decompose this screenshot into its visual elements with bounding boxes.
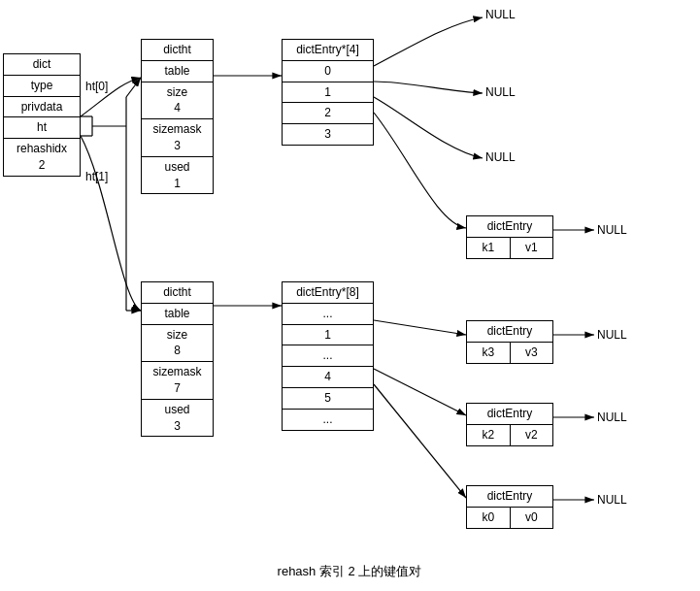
- array-bottom-5: 5: [283, 388, 373, 410]
- null-1: NULL: [485, 8, 516, 21]
- entry-k3v3-k: k3: [467, 343, 511, 363]
- entry-k0v0-v: v0: [511, 508, 553, 528]
- dictht-top-table: table: [142, 61, 213, 82]
- dict-box: dict type privdata ht rehashidx2: [3, 53, 81, 177]
- dictht-top-used: used1: [142, 157, 213, 194]
- ht1-label: ht[1]: [85, 170, 108, 183]
- array-top-2: 2: [283, 103, 373, 124]
- dict-type: type: [4, 76, 80, 97]
- array-bottom-label: dictEntry*[8]: [283, 282, 373, 304]
- entry-k1v1-v: v1: [511, 238, 553, 258]
- diagram: dict type privdata ht rehashidx2 ht[0] h…: [0, 0, 700, 591]
- dictht-top-label: dictht: [142, 40, 213, 61]
- svg-line-4: [374, 320, 466, 335]
- null-6: NULL: [597, 410, 627, 424]
- array-top-label: dictEntry*[4]: [283, 40, 373, 61]
- dictht-top: dictht table size4 sizemask3 used1: [141, 39, 214, 194]
- null-2: NULL: [485, 85, 516, 99]
- null-5: NULL: [597, 328, 627, 342]
- entry-k2v2-k: k2: [467, 425, 511, 445]
- dictht-top-size: size4: [142, 82, 213, 120]
- array-top-3: 3: [283, 124, 373, 145]
- entry-k2v2: dictEntry k2 v2: [466, 403, 553, 446]
- dictht-bottom-sizemask: sizemask7: [142, 362, 213, 400]
- dictht-bottom-label: dictht: [142, 282, 213, 304]
- svg-line-5: [374, 369, 466, 415]
- array-bottom: dictEntry*[8] ... 1 ... 4 5 ...: [282, 281, 374, 431]
- entry-k3v3-v: v3: [511, 343, 553, 363]
- null-4: NULL: [597, 223, 627, 237]
- dictht-bottom-size: size8: [142, 325, 213, 363]
- caption: rehash 索引 2 上的键值对: [175, 563, 524, 580]
- null-3: NULL: [485, 150, 516, 164]
- dict-label: dict: [4, 54, 80, 76]
- svg-line-6: [374, 384, 466, 498]
- entry-k0v0-k: k0: [467, 508, 511, 528]
- ht0-label: ht[0]: [85, 80, 108, 93]
- dict-privdata: privdata: [4, 97, 80, 118]
- entry-k1v1-label: dictEntry: [467, 216, 552, 238]
- array-bottom-dots2: ...: [283, 345, 373, 367]
- entry-k0v0-label: dictEntry: [467, 486, 552, 508]
- dictht-bottom: dictht table size8 sizemask7 used3: [141, 281, 214, 437]
- entry-k2v2-v: v2: [511, 425, 553, 445]
- null-7: NULL: [597, 493, 627, 507]
- dictht-top-sizemask: sizemask3: [142, 119, 213, 157]
- array-top-1: 1: [283, 82, 373, 104]
- array-bottom-dots1: ...: [283, 304, 373, 325]
- svg-line-16: [126, 78, 141, 97]
- entry-k1v1: dictEntry k1 v1: [466, 215, 553, 259]
- dict-rehashidx: rehashidx2: [4, 139, 80, 176]
- entry-k0v0: dictEntry k0 v0: [466, 485, 553, 529]
- entry-k1v1-k: k1: [467, 238, 511, 258]
- entry-k3v3: dictEntry k3 v3: [466, 320, 553, 364]
- array-bottom-4: 4: [283, 367, 373, 388]
- array-top: dictEntry*[4] 0 1 2 3: [282, 39, 374, 146]
- array-bottom-1: 1: [283, 325, 373, 346]
- entry-k3v3-label: dictEntry: [467, 321, 552, 343]
- array-top-0: 0: [283, 61, 373, 82]
- dictht-bottom-used: used3: [142, 400, 213, 437]
- array-bottom-dots3: ...: [283, 410, 373, 430]
- dict-ht: ht: [4, 117, 80, 139]
- entry-k2v2-label: dictEntry: [467, 404, 552, 425]
- dictht-bottom-table: table: [142, 304, 213, 325]
